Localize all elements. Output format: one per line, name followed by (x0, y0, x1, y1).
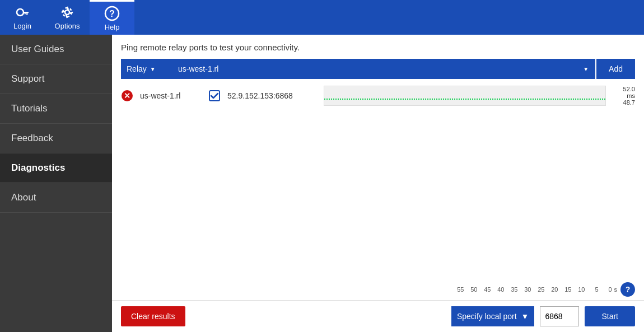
options-label: Options (55, 22, 80, 30)
svg-rect-3 (25, 13, 26, 15)
ping-address: 52.9.152.153:6868 (227, 91, 317, 100)
add-button[interactable]: Add (596, 59, 635, 79)
svg-text:?: ? (109, 9, 115, 18)
checkbox-icon (208, 90, 221, 102)
options-button[interactable]: Options (45, 0, 90, 35)
relay-dropdown[interactable]: Relay ▼ (121, 59, 171, 79)
tick-5: 5 (585, 286, 599, 293)
tick-20: 20 (545, 286, 558, 293)
description-text: Ping remote relay ports to test your con… (121, 43, 635, 52)
clear-results-button[interactable]: Clear results (121, 306, 185, 326)
specify-port-label: Specify local port (457, 312, 517, 321)
timeline-ticks: 55 50 45 40 35 30 25 20 15 10 5 0 (451, 286, 612, 293)
help-button[interactable]: ? Help (90, 0, 134, 35)
key-icon (15, 4, 30, 20)
server-dropdown-arrow: ▼ (583, 66, 589, 72)
svg-text:✕: ✕ (124, 91, 130, 100)
tick-45: 45 (478, 286, 491, 293)
server-dropdown-value: us-west-1.rl (178, 64, 218, 73)
gear-icon (59, 4, 75, 20)
help-icon-button[interactable]: ? (620, 282, 635, 297)
toolbar: Login Options ? Help (0, 0, 644, 35)
login-button[interactable]: Login (0, 0, 45, 35)
tick-50: 50 (464, 286, 478, 293)
relay-dropdown-arrow: ▼ (150, 66, 156, 72)
svg-point-4 (65, 10, 69, 15)
tick-0: 0 (599, 286, 612, 293)
port-input[interactable] (540, 306, 579, 326)
svg-point-0 (17, 9, 24, 16)
sidebar-item-about[interactable]: About (0, 183, 112, 213)
server-dropdown[interactable]: us-west-1.rl ▼ (171, 59, 595, 79)
sidebar-item-diagnostics[interactable]: Diagnostics (0, 153, 112, 183)
relay-dropdown-label: Relay (127, 64, 147, 73)
tick-30: 30 (518, 286, 531, 293)
sidebar-item-user-guides[interactable]: User Guides (0, 35, 112, 64)
controls-row: Relay ▼ us-west-1.rl ▼ Add (121, 59, 635, 79)
ping-graph-line (324, 99, 605, 100)
error-icon: ✕ (121, 90, 133, 102)
svg-rect-2 (26, 13, 28, 15)
specify-port-arrow: ▼ (521, 312, 529, 321)
sidebar-item-tutorials[interactable]: Tutorials (0, 94, 112, 124)
ping-stat-high: 52.0 (623, 86, 635, 92)
ping-stat-low: 48.7 (623, 99, 635, 106)
content-inner: Ping remote relay ports to test your con… (112, 35, 644, 279)
tick-10: 10 (572, 286, 585, 293)
login-label: Login (13, 22, 31, 30)
bottom-bar: Clear results Specify local port ▼ Start (112, 300, 644, 332)
start-button[interactable]: Start (585, 306, 635, 326)
timeline-unit: s (614, 286, 618, 293)
ping-result-row: ✕ us-west-1.rl 52.9.152.153:6868 52.0 ms (121, 86, 635, 106)
ping-host: us-west-1.rl (140, 91, 202, 100)
tick-55: 55 (451, 286, 464, 293)
sidebar-item-support[interactable]: Support (0, 64, 112, 94)
help-label: Help (105, 23, 120, 31)
ping-stat-unit: ms (627, 92, 635, 99)
ping-graph (324, 86, 606, 106)
tick-35: 35 (505, 286, 518, 293)
help-icon-label: ? (626, 285, 631, 294)
help-circle-icon: ? (104, 6, 120, 21)
timeline: 55 50 45 40 35 30 25 20 15 10 5 0 s ? (112, 279, 644, 300)
tick-15: 15 (558, 286, 572, 293)
ping-stats: 52.0 ms 48.7 (613, 86, 635, 106)
specify-port-dropdown[interactable]: Specify local port ▼ (451, 306, 534, 326)
content-area: Ping remote relay ports to test your con… (112, 35, 644, 332)
tick-40: 40 (491, 286, 505, 293)
tick-25: 25 (531, 286, 545, 293)
sidebar-item-feedback[interactable]: Feedback (0, 124, 112, 153)
sidebar: User Guides Support Tutorials Feedback D… (0, 35, 112, 332)
svg-rect-1 (23, 12, 29, 13)
main-layout: User Guides Support Tutorials Feedback D… (0, 35, 644, 332)
